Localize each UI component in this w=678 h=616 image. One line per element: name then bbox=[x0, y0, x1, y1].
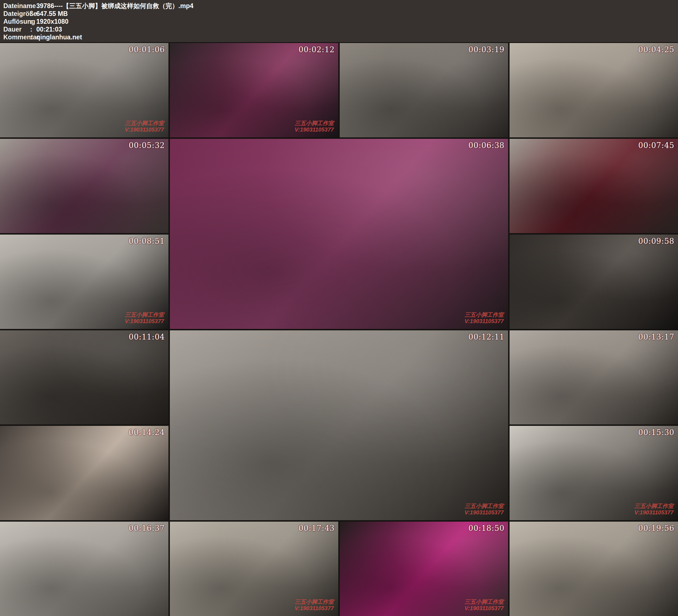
metadata-row: Dateigröße:647.55 MB bbox=[3, 10, 678, 17]
studio-watermark-line1: 三五小脚工作室 bbox=[464, 503, 504, 509]
video-thumbnail: 00:17:43三五小脚工作室V:19031105377 bbox=[170, 522, 338, 616]
timestamp-overlay: 00:19:56 bbox=[638, 524, 674, 533]
timestamp-overlay: 00:15:30 bbox=[638, 428, 674, 437]
thumbnail-image bbox=[170, 139, 508, 329]
video-thumbnail: 00:08:51三五小脚工作室V:19031105377 bbox=[0, 235, 168, 329]
studio-watermark: 三五小脚工作室V:19031105377 bbox=[125, 312, 164, 324]
studio-watermark-line1: 三五小脚工作室 bbox=[295, 599, 334, 605]
studio-watermark-line2: V:19031105377 bbox=[295, 605, 334, 612]
studio-watermark: 三五小脚工作室V:19031105377 bbox=[464, 599, 504, 612]
metadata-separator: : bbox=[30, 33, 36, 41]
video-thumbnail: 00:06:38三五小脚工作室V:19031105377 bbox=[170, 139, 508, 329]
metadata-label: Dauer bbox=[3, 26, 30, 33]
video-thumbnail: 00:12:11三五小脚工作室V:19031105377 bbox=[170, 330, 508, 521]
metadata-label: Dateiname bbox=[3, 2, 30, 10]
timestamp-overlay: 00:07:45 bbox=[638, 141, 674, 150]
video-thumbnail: 00:02:12三五小脚工作室V:19031105377 bbox=[170, 43, 338, 138]
metadata-value: 1920x1080 bbox=[36, 17, 69, 26]
thumbnail-image bbox=[510, 43, 678, 138]
thumbnail-image bbox=[510, 522, 678, 616]
metadata-value: 39786----【三五小脚】被绑成这样如何自救（完）.mp4 bbox=[36, 2, 193, 10]
studio-watermark-line1: 三五小脚工作室 bbox=[464, 312, 504, 318]
timestamp-overlay: 00:11:04 bbox=[129, 333, 165, 341]
metadata-value: 647.55 MB bbox=[36, 10, 68, 17]
studio-watermark-line2: V:19031105377 bbox=[464, 605, 504, 612]
timestamp-overlay: 00:13:17 bbox=[638, 333, 674, 341]
studio-watermark-line1: 三五小脚工作室 bbox=[125, 120, 164, 126]
studio-watermark-line1: 三五小脚工作室 bbox=[125, 312, 164, 318]
thumbnail-image bbox=[340, 43, 508, 138]
thumbnail-grid: 00:01:06三五小脚工作室V:1903110537700:02:12三五小脚… bbox=[0, 42, 678, 616]
video-thumbnail: 00:09:58 bbox=[510, 235, 678, 329]
metadata-label: Kommentar bbox=[3, 33, 30, 41]
video-thumbnail: 00:01:06三五小脚工作室V:19031105377 bbox=[0, 43, 168, 138]
timestamp-overlay: 00:12:11 bbox=[468, 333, 504, 341]
studio-watermark-line2: V:19031105377 bbox=[295, 126, 334, 133]
metadata-value: 00:21:03 bbox=[36, 26, 62, 33]
studio-watermark: 三五小脚工作室V:19031105377 bbox=[295, 120, 334, 133]
thumbnail-image bbox=[0, 330, 168, 425]
studio-watermark-line1: 三五小脚工作室 bbox=[464, 599, 504, 605]
metadata-row: Auflösung:1920x1080 bbox=[3, 17, 678, 26]
timestamp-overlay: 00:05:32 bbox=[129, 141, 165, 150]
video-thumbnail: 00:19:56 bbox=[510, 522, 678, 616]
metadata-label: Dateigröße bbox=[3, 10, 30, 17]
studio-watermark: 三五小脚工作室V:19031105377 bbox=[634, 503, 674, 516]
studio-watermark-line2: V:19031105377 bbox=[464, 509, 504, 516]
studio-watermark: 三五小脚工作室V:19031105377 bbox=[125, 120, 164, 133]
video-thumbnail: 00:13:17 bbox=[510, 330, 678, 425]
studio-watermark-line2: V:19031105377 bbox=[634, 509, 674, 516]
metadata-row: Kommentar:qinglanhua.net bbox=[3, 33, 678, 41]
timestamp-overlay: 00:14:24 bbox=[129, 428, 165, 437]
timestamp-overlay: 00:06:38 bbox=[468, 141, 504, 150]
video-thumbnail: 00:03:19 bbox=[340, 43, 508, 138]
thumbnail-image bbox=[510, 139, 678, 233]
studio-watermark: 三五小脚工作室V:19031105377 bbox=[464, 503, 504, 516]
thumbnail-image bbox=[0, 522, 168, 616]
metadata-row: Dateiname:39786----【三五小脚】被绑成这样如何自救（完）.mp… bbox=[3, 2, 678, 10]
timestamp-overlay: 00:04:25 bbox=[638, 45, 674, 54]
studio-watermark-line2: V:19031105377 bbox=[464, 318, 504, 324]
video-thumbnail: 00:04:25 bbox=[510, 43, 678, 138]
studio-watermark-line2: V:19031105377 bbox=[125, 318, 164, 324]
thumbnail-image bbox=[170, 330, 508, 521]
thumbnail-image bbox=[510, 235, 678, 329]
video-thumbnail: 00:11:04 bbox=[0, 330, 168, 425]
thumbnail-image bbox=[510, 330, 678, 425]
studio-watermark-line1: 三五小脚工作室 bbox=[634, 503, 674, 509]
metadata-separator: : bbox=[30, 17, 36, 26]
metadata-separator: : bbox=[30, 10, 36, 17]
video-thumbnail: 00:16:37 bbox=[0, 522, 168, 616]
timestamp-overlay: 00:17:43 bbox=[299, 524, 335, 533]
video-thumbnail: 00:07:45 bbox=[510, 139, 678, 233]
thumbnail-image bbox=[0, 139, 168, 233]
studio-watermark-line1: 三五小脚工作室 bbox=[295, 120, 334, 126]
metadata-label: Auflösung bbox=[3, 17, 30, 26]
timestamp-overlay: 00:09:58 bbox=[638, 237, 674, 245]
timestamp-overlay: 00:16:37 bbox=[129, 524, 165, 533]
timestamp-overlay: 00:08:51 bbox=[129, 237, 165, 245]
studio-watermark-line2: V:19031105377 bbox=[125, 126, 164, 133]
video-thumbnail: 00:14:24 bbox=[0, 426, 168, 520]
metadata-header: Dateiname:39786----【三五小脚】被绑成这样如何自救（完）.mp… bbox=[0, 0, 678, 42]
metadata-separator: : bbox=[30, 2, 36, 10]
timestamp-overlay: 00:18:50 bbox=[468, 524, 504, 533]
metadata-separator: : bbox=[30, 26, 36, 33]
studio-watermark: 三五小脚工作室V:19031105377 bbox=[464, 312, 504, 324]
video-thumbnail: 00:05:32 bbox=[0, 139, 168, 233]
timestamp-overlay: 00:01:06 bbox=[129, 45, 165, 54]
video-thumbnail: 00:15:30三五小脚工作室V:19031105377 bbox=[510, 426, 678, 520]
metadata-row: Dauer:00:21:03 bbox=[3, 26, 678, 33]
studio-watermark: 三五小脚工作室V:19031105377 bbox=[295, 599, 334, 612]
timestamp-overlay: 00:02:12 bbox=[299, 45, 335, 54]
video-thumbnail: 00:18:50三五小脚工作室V:19031105377 bbox=[340, 522, 508, 616]
timestamp-overlay: 00:03:19 bbox=[468, 45, 504, 54]
metadata-value: qinglanhua.net bbox=[36, 33, 82, 41]
thumbnail-image bbox=[0, 426, 168, 520]
